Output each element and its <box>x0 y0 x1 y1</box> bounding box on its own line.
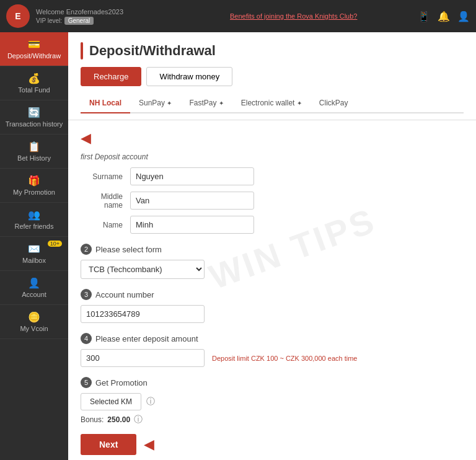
sub-tab-clickpay[interactable]: ClickPay <box>311 94 357 113</box>
step3-section: 3 Account number <box>81 289 464 323</box>
sidebar-item-label: Total Fund <box>18 86 50 94</box>
middle-name-input[interactable] <box>130 192 254 210</box>
surname-label: Surname <box>81 172 130 181</box>
name-input[interactable] <box>130 216 254 234</box>
step5-text: Get Promotion <box>95 378 148 387</box>
step2-section: 2 Please select form TCB (Techcombank) <box>81 244 464 279</box>
sidebar-item-label: Mailbox <box>22 257 46 264</box>
sidebar-item-deposit-withdraw[interactable]: 💳 Deposit/Withdraw <box>0 32 68 66</box>
tab-buttons: Recharge Withdraw money <box>81 67 464 86</box>
sidebar: 💳 Deposit/Withdraw 💰 Total Fund 🔄 Transa… <box>0 32 68 460</box>
refer-icon: 👥 <box>28 209 40 221</box>
red-bar <box>81 42 83 60</box>
sidebar-item-transaction-history[interactable]: 🔄 Transaction history <box>0 100 68 135</box>
surname-row: Surname <box>81 167 464 185</box>
step4-section: 4 Please enter deposit amount Deposit li… <box>81 333 464 367</box>
sidebar-item-account[interactable]: 👤 Account <box>0 271 68 305</box>
transaction-icon: 🔄 <box>28 107 40 118</box>
vip-badge: General <box>64 17 94 25</box>
sidebar-item-my-vcoin[interactable]: 🪙 My Vcoin <box>0 305 68 339</box>
surname-input[interactable] <box>130 167 254 185</box>
sub-tab-fastpay[interactable]: FastPay ✦ <box>180 94 232 113</box>
sub-tab-nh-local[interactable]: NH Local <box>81 94 130 113</box>
top-icons: 📱 🔔 👤 <box>418 11 470 22</box>
promotion-info-icon[interactable]: ⓘ <box>146 396 155 407</box>
sidebar-item-label: My Promotion <box>13 188 55 196</box>
step5-section: 5 Get Promotion Selected KM ⓘ Bonus: 250… <box>81 377 464 425</box>
next-row: Next ◀ <box>81 434 464 455</box>
avatar: E <box>6 4 30 28</box>
arrow-left-indicator: ◀ <box>81 130 91 146</box>
user-icon: 👤 <box>457 11 470 22</box>
fund-icon: 💰 <box>28 73 40 84</box>
middle-name-label: Middle name <box>81 192 130 210</box>
bank-select[interactable]: TCB (Techcombank) <box>81 260 205 279</box>
form-area: ◀ first Deposit account Surname Middle n… <box>68 120 476 460</box>
account-icon: 👤 <box>28 277 40 289</box>
bet-icon: 📋 <box>28 141 40 153</box>
sidebar-item-label: Deposit/Withdraw <box>7 52 61 60</box>
page-title-row: Deposit/Withdrawal <box>81 42 464 60</box>
main-content: Deposit/Withdrawal Recharge Withdraw mon… <box>68 32 476 460</box>
step4-text: Please enter deposit amount <box>95 334 198 343</box>
bonus-info-icon[interactable]: ⓘ <box>134 414 143 425</box>
vcoin-icon: 🪙 <box>28 311 40 323</box>
sidebar-item-bet-history[interactable]: 📋 Bet History <box>0 135 68 169</box>
sidebar-item-mailbox[interactable]: ✉️ Mailbox 10+ <box>0 237 68 271</box>
recharge-tab[interactable]: Recharge <box>81 67 141 86</box>
middle-name-row: Middle name <box>81 192 464 210</box>
username: Enzofernades2023 <box>66 8 123 15</box>
step2-num: 2 <box>81 244 92 255</box>
top-bar: E Welcome Enzofernades2023 VIP level: Ge… <box>0 0 476 32</box>
sidebar-item-refer-friends[interactable]: 👥 Refer friends <box>0 203 68 237</box>
page-title: Deposit/Withdrawal <box>89 43 216 59</box>
sub-tabs: NH Local SunPay ✦ FastPay ✦ Electronic w… <box>81 94 464 113</box>
step4-num: 4 <box>81 333 92 344</box>
sub-tab-ewallet[interactable]: Electronic wallet ✦ <box>232 94 311 113</box>
promo-link[interactable]: Benefits of joining the Rova Knights Clu… <box>230 12 418 20</box>
withdraw-tab[interactable]: Withdraw money <box>146 67 232 86</box>
sub-tab-sunpay[interactable]: SunPay ✦ <box>130 94 180 113</box>
mobile-icon: 📱 <box>418 11 430 22</box>
mailbox-icon: ✉️ <box>28 243 40 255</box>
page-header: Deposit/Withdrawal Recharge Withdraw mon… <box>68 32 476 120</box>
step3-text: Account number <box>95 290 154 299</box>
content-inner: Deposit/Withdrawal Recharge Withdraw mon… <box>68 32 476 460</box>
sidebar-item-label: Transaction history <box>6 120 63 128</box>
bell-icon: 🔔 <box>438 11 450 22</box>
sidebar-item-label: Account <box>22 291 46 298</box>
deposit-icon: 💳 <box>28 38 40 50</box>
step2-text: Please select form <box>95 245 162 254</box>
step4-label-row: 4 Please enter deposit amount <box>81 333 464 344</box>
mailbox-badge: 10+ <box>48 241 62 247</box>
step2-label-row: 2 Please select form <box>81 244 464 255</box>
user-info: Welcome Enzofernades2023 VIP level: Gene… <box>36 8 224 25</box>
bonus-value: 250.00 <box>107 415 130 424</box>
next-arrow-icon: ◀ <box>144 436 154 453</box>
vip-row: VIP level: General <box>36 15 224 25</box>
sidebar-item-label: Refer friends <box>15 223 54 230</box>
sidebar-item-label: My Vcoin <box>20 325 48 332</box>
promotion-select-button[interactable]: Selected KM <box>81 393 141 410</box>
bonus-row: Bonus: 250.00 ⓘ <box>81 414 464 425</box>
promotion-row: Selected KM ⓘ <box>81 393 464 410</box>
next-button[interactable]: Next <box>81 434 136 455</box>
deposit-amount-input[interactable] <box>81 349 205 367</box>
deposit-account-label: first Deposit account <box>81 153 464 161</box>
sidebar-item-total-fund[interactable]: 💰 Total Fund <box>0 66 68 100</box>
step3-num: 3 <box>81 289 92 300</box>
welcome-text: Welcome Enzofernades2023 <box>36 8 224 15</box>
step3-label-row: 3 Account number <box>81 289 464 300</box>
bonus-label: Bonus: <box>81 415 104 424</box>
step5-label-row: 5 Get Promotion <box>81 377 464 388</box>
deposit-limit-note: Deposit limit CZK 100 ~ CZK 300,000 each… <box>212 355 357 362</box>
step5-num: 5 <box>81 377 92 388</box>
sidebar-item-label: Bet History <box>17 154 51 162</box>
account-number-input[interactable] <box>81 305 205 323</box>
promotion-icon: 🎁 <box>28 175 40 187</box>
name-row: Name <box>81 216 464 234</box>
main-layout: 💳 Deposit/Withdraw 💰 Total Fund 🔄 Transa… <box>0 32 476 460</box>
sidebar-item-my-promotion[interactable]: 🎁 My Promotion <box>0 169 68 203</box>
name-label: Name <box>81 221 130 229</box>
